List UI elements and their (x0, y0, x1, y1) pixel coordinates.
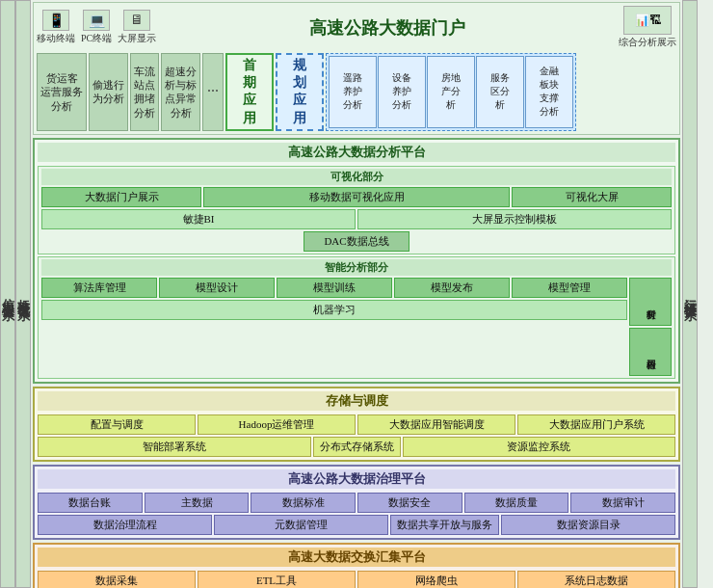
left-label-2: 标准规范体系 (15, 0, 31, 588)
left-label-1: 信息安全体系 (0, 0, 15, 588)
root-analysis[interactable]: 根因分析 (629, 328, 672, 376)
storage-row2: 智能部署系统 分布式存储系统 资源监控系统 (38, 437, 675, 457)
analysis-equipment[interactable]: 设备 养护 分析 (378, 56, 426, 128)
gov-standard[interactable]: 数据标准 (251, 493, 356, 513)
gov-row2: 数据治理流程 元数据管理 数据共享开放与服务 数据资源目录 (38, 515, 675, 535)
analysis-platform-section: 高速公路大数据分析平台 可视化部分 大数据门户展示 移动数据可视化应用 可视化大… (33, 138, 680, 384)
analysis-finance[interactable]: 金融 板块 支撑 分析 (525, 56, 573, 128)
pc-icon: 💻 (83, 10, 110, 31)
app-freight[interactable]: 货运客 运营服务 分析 (37, 53, 87, 131)
gov-row1: 数据台账 主数据 数据标准 数据安全 数据质量 数据审计 (38, 493, 675, 513)
mobile-label: 移动终端 (37, 32, 75, 45)
right-label-1: 运行维护体系 (682, 0, 698, 588)
exchange-title: 高速大数据交换汇集平台 (38, 548, 675, 567)
gov-process[interactable]: 数据治理流程 (38, 515, 212, 535)
storage-hadoop[interactable]: Hadoop运维管理 (198, 414, 356, 435)
left-side-labels: 信息安全体系 标准规范体系 (0, 0, 31, 588)
storage-monitor[interactable]: 资源监控系统 (403, 437, 676, 457)
intel-model-deploy[interactable]: 模型发布 (394, 278, 510, 298)
governance-title: 高速公路大数据治理平台 (38, 469, 675, 489)
analysis-road[interactable]: 遥路 养护 分析 (329, 56, 377, 128)
analysis-cards-group: 遥路 养护 分析 设备 养护 分析 房地 产分 析 服务 区分 析 金融 板块 … (326, 53, 576, 131)
dac-row: DAC数据总线 (41, 231, 672, 252)
storage-distributed[interactable]: 分布式存储系统 (313, 437, 401, 457)
intel-row2: 机器学习 (41, 300, 627, 320)
viz-row2: 敏捷BI 大屏显示控制模板 (41, 209, 672, 229)
exchange-spider[interactable]: 网络爬虫 (357, 571, 515, 588)
gov-security[interactable]: 数据安全 (357, 493, 462, 513)
analysis-service[interactable]: 服务 区分 析 (476, 56, 524, 128)
main-content: 📱 移动终端 💻 PC终端 🖥 大屏显示 高速公路大数据门户 📊🏗 (31, 0, 682, 588)
viz-bigscreen[interactable]: 可视化大屏 (512, 187, 672, 207)
intelligence-main: 算法库管理 模型设计 模型训练 模型发布 模型管理 机器学习 实时分析 根因分析 (41, 278, 672, 376)
analysis-label: 综合分析展示 (619, 36, 676, 49)
analysis-icon-area: 📊🏗 综合分析展示 (619, 6, 676, 49)
intel-row1: 算法库管理 模型设计 模型训练 模型发布 模型管理 (41, 278, 627, 298)
gov-metadata[interactable]: 元数据管理 (214, 515, 388, 535)
gov-catalog[interactable]: 数据资源目录 (501, 515, 675, 535)
intelligence-section: 智能分析部分 算法库管理 模型设计 模型训练 模型发布 模型管理 机器学习 (38, 256, 675, 379)
portal-section: 📱 移动终端 💻 PC终端 🖥 大屏显示 高速公路大数据门户 📊🏗 (33, 2, 680, 135)
storage-portal[interactable]: 大数据应用门户系统 (517, 414, 675, 435)
exchange-section: 高速大数据交换汇集平台 数据采集 ETL工具 网络爬虫 系统日志数据 📊 自动 … (33, 543, 680, 588)
exchange-collect[interactable]: 数据采集 (38, 571, 196, 588)
exchange-row1: 数据采集 ETL工具 网络爬虫 系统日志数据 (38, 571, 675, 588)
apps-row: 货运客 运营服务 分析 偷逃行 为分析 车流 站点 拥堵 分析 超速分 析与标 … (37, 53, 676, 131)
gov-audit[interactable]: 数据审计 (570, 493, 675, 513)
screen-icon: 🖥 (123, 10, 150, 31)
gov-quality[interactable]: 数据质量 (464, 493, 569, 513)
intel-model-manage[interactable]: 模型管理 (512, 278, 627, 298)
mobile-icon: 📱 (42, 10, 69, 31)
intel-model-train[interactable]: 模型训练 (277, 278, 392, 298)
viz-bi[interactable]: 敏捷BI (41, 209, 356, 229)
app-plan[interactable]: 规 划 应 用 (276, 53, 324, 131)
storage-schedule[interactable]: 大数据应用智能调度 (357, 414, 515, 435)
exchange-log[interactable]: 系统日志数据 (517, 571, 675, 588)
portal-header: 📱 移动终端 💻 PC终端 🖥 大屏显示 高速公路大数据门户 📊🏗 (37, 6, 676, 49)
more-button[interactable]: ··· (202, 53, 224, 131)
analysis-realestate[interactable]: 房地 产分 析 (427, 56, 475, 128)
right-side-labels: 运行维护体系 (682, 0, 713, 588)
storage-config[interactable]: 配置与调度 (38, 414, 196, 435)
portal-title: 高速公路大数据门户 (160, 16, 615, 40)
app-traffic[interactable]: 车流 站点 拥堵 分析 (130, 53, 159, 131)
analysis-icon: 📊🏗 (623, 6, 672, 35)
storage-row1: 配置与调度 Hadoop运维管理 大数据应用智能调度 大数据应用门户系统 (38, 414, 675, 435)
visualization-title: 可视化部分 (41, 169, 672, 185)
app-first-phase[interactable]: 首 期 应 用 (225, 53, 274, 131)
intel-model-design[interactable]: 模型设计 (159, 278, 275, 298)
gov-sharing[interactable]: 数据共享开放与服务 (390, 515, 499, 535)
side-analysis: 实时分析 根因分析 (629, 278, 672, 376)
intelligence-rows: 算法库管理 模型设计 模型训练 模型发布 模型管理 机器学习 (41, 278, 627, 376)
exchange-etl[interactable]: ETL工具 (198, 571, 356, 588)
intel-ml[interactable]: 机器学习 (41, 300, 627, 320)
app-evade[interactable]: 偷逃行 为分析 (89, 53, 128, 131)
terminal-mobile: 📱 移动终端 (37, 10, 75, 45)
realtime-analysis[interactable]: 实时分析 (629, 278, 672, 326)
pc-label: PC终端 (81, 32, 112, 45)
intelligence-title: 智能分析部分 (41, 259, 672, 276)
viz-portal[interactable]: 大数据门户展示 (41, 187, 201, 207)
gov-ledger[interactable]: 数据台账 (38, 493, 143, 513)
gov-master[interactable]: 主数据 (145, 493, 250, 513)
storage-title: 存储与调度 (38, 391, 675, 411)
screen-label: 大屏显示 (118, 32, 156, 45)
app-speed[interactable]: 超速分 析与标 点异常 分析 (161, 53, 200, 131)
terminal-pc: 💻 PC终端 (81, 10, 112, 45)
terminal-icons: 📱 移动终端 💻 PC终端 🖥 大屏显示 (37, 10, 156, 45)
viz-bigscreen-control[interactable]: 大屏显示控制模板 (357, 209, 672, 229)
main-wrapper: 信息安全体系 标准规范体系 📱 移动终端 💻 PC终端 🖥 (0, 0, 713, 588)
intel-algo[interactable]: 算法库管理 (41, 278, 157, 298)
storage-section: 存储与调度 配置与调度 Hadoop运维管理 大数据应用智能调度 大数据应用门户… (33, 387, 680, 462)
visualization-section: 可视化部分 大数据门户展示 移动数据可视化应用 可视化大屏 敏捷BI 大屏显示控… (38, 166, 675, 254)
storage-deploy[interactable]: 智能部署系统 (38, 437, 311, 457)
governance-section: 高速公路大数据治理平台 数据台账 主数据 数据标准 数据安全 数据质量 数据审计… (33, 465, 680, 540)
viz-mobile[interactable]: 移动数据可视化应用 (203, 187, 510, 207)
analysis-platform-title: 高速公路大数据分析平台 (38, 143, 675, 162)
terminal-screen: 🖥 大屏显示 (118, 10, 156, 45)
viz-row1: 大数据门户展示 移动数据可视化应用 可视化大屏 (41, 187, 672, 207)
dac-bus[interactable]: DAC数据总线 (304, 231, 409, 252)
